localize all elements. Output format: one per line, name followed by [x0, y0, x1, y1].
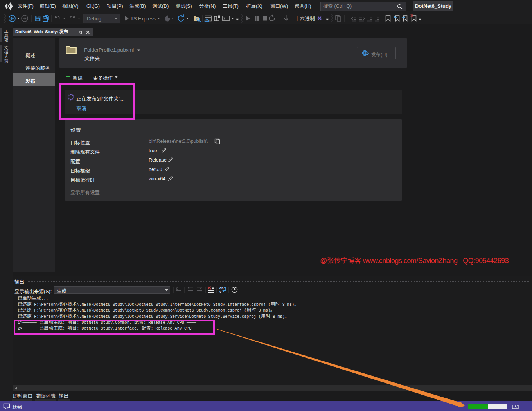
svg-text:c: c	[219, 290, 221, 294]
svg-text:Debug: Debug	[87, 16, 101, 22]
svg-text:十六进制: 十六进制	[295, 14, 315, 22]
svg-text:IIS Express: IIS Express	[131, 16, 156, 22]
